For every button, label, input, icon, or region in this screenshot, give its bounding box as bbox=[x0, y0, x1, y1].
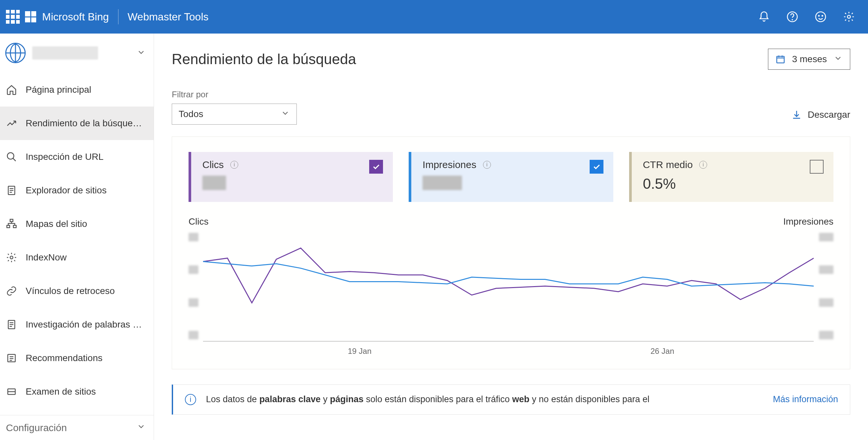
sitemap-icon bbox=[6, 218, 17, 230]
sidebar-item-label: Vínculos de retroceso bbox=[26, 286, 115, 296]
svg-rect-15 bbox=[777, 56, 784, 63]
sidebar-item-label: Examen de sitios bbox=[26, 386, 96, 397]
settings-icon[interactable] bbox=[843, 11, 855, 23]
help-icon[interactable] bbox=[786, 11, 798, 23]
card-ctr-value: 0.5% bbox=[643, 176, 822, 192]
topbar: Microsoft Bing Webmaster Tools bbox=[0, 0, 868, 34]
sidebar-item-label: Inspección de URL bbox=[26, 151, 104, 162]
link-icon bbox=[6, 285, 17, 297]
info-icon[interactable]: i bbox=[699, 161, 707, 169]
card-clicks-checkbox[interactable] bbox=[369, 160, 383, 174]
chevron-down-icon bbox=[136, 422, 146, 433]
card-impressions-value-redacted bbox=[423, 176, 462, 190]
sidebar-item-6[interactable]: Vínculos de retroceso bbox=[0, 274, 154, 308]
trend-icon bbox=[6, 118, 17, 129]
svg-point-5 bbox=[847, 15, 850, 19]
notifications-icon[interactable] bbox=[758, 11, 770, 23]
chevron-down-icon bbox=[136, 48, 146, 58]
sidebar-item-label: IndexNow bbox=[26, 252, 67, 263]
microsoft-logo-icon bbox=[25, 11, 36, 22]
card-impressions-checkbox[interactable] bbox=[590, 160, 603, 174]
download-button[interactable]: Descargar bbox=[791, 109, 850, 120]
globe-icon bbox=[5, 43, 26, 63]
site-selector[interactable] bbox=[0, 34, 154, 73]
y-axis-left bbox=[189, 230, 203, 342]
chevron-down-icon bbox=[833, 54, 843, 65]
svg-point-1 bbox=[792, 20, 793, 20]
svg-point-6 bbox=[7, 153, 14, 159]
card-ctr-title: CTR medio bbox=[643, 159, 693, 170]
svg-rect-8 bbox=[10, 219, 13, 222]
sidebar-item-label: Página principal bbox=[26, 84, 91, 95]
card-clicks-value-redacted bbox=[203, 176, 226, 190]
sidebar-item-0[interactable]: Página principal bbox=[0, 73, 154, 106]
card-impressions-title: Impresiones bbox=[423, 159, 476, 170]
home-icon bbox=[6, 84, 17, 95]
filter-label: Filtrar por bbox=[172, 90, 297, 100]
y-axis-right bbox=[814, 230, 833, 342]
app-launcher-icon[interactable] bbox=[6, 10, 20, 24]
sidebar-item-label: Explorador de sitios bbox=[26, 185, 106, 196]
chart-left-axis-label: Clics bbox=[189, 216, 209, 227]
config-section[interactable]: Configuración bbox=[0, 415, 154, 440]
svg-point-4 bbox=[822, 15, 823, 16]
card-ctr[interactable]: CTR medio i 0.5% bbox=[629, 152, 833, 202]
sidebar-item-label: Investigación de palabras … bbox=[26, 319, 142, 330]
sidebar-item-8[interactable]: Recommendations bbox=[0, 341, 154, 375]
sidebar-item-label: Mapas del sitio bbox=[26, 219, 87, 229]
svg-point-3 bbox=[819, 15, 819, 16]
download-label: Descargar bbox=[808, 109, 850, 120]
card-clicks-title: Clics bbox=[203, 159, 224, 170]
nav: Página principalRendimiento de la búsque… bbox=[0, 73, 154, 415]
sidebar-item-label: Recommendations bbox=[26, 353, 102, 363]
sidebar-item-9[interactable]: Examen de sitios bbox=[0, 375, 154, 408]
site-name-redacted bbox=[32, 46, 98, 60]
config-label: Configuración bbox=[6, 422, 67, 433]
sidebar-item-2[interactable]: Inspección de URL bbox=[0, 140, 154, 174]
feedback-icon[interactable] bbox=[815, 11, 827, 23]
list-icon bbox=[6, 352, 17, 364]
card-ctr-checkbox[interactable] bbox=[810, 160, 824, 174]
doc-icon bbox=[6, 185, 17, 196]
x-axis: 19 Jan26 Jan bbox=[189, 347, 833, 356]
brand-divider bbox=[118, 9, 119, 24]
search-icon bbox=[6, 151, 17, 163]
sidebar-item-label: Rendimiento de la búsque… bbox=[26, 118, 142, 129]
date-range-selector[interactable]: 3 meses bbox=[768, 49, 850, 70]
filter-value: Todos bbox=[179, 109, 203, 120]
svg-point-2 bbox=[816, 12, 826, 22]
info-icon[interactable]: i bbox=[483, 161, 491, 169]
sidebar: Página principalRendimiento de la búsque… bbox=[0, 34, 154, 440]
chart-right-axis-label: Impresiones bbox=[783, 216, 833, 227]
info-icon[interactable]: i bbox=[230, 161, 238, 169]
x-tick: 26 Jan bbox=[651, 347, 674, 356]
svg-rect-10 bbox=[13, 225, 17, 228]
performance-panel: Clics i Impresiones i bbox=[172, 136, 850, 369]
more-info-link[interactable]: Más información bbox=[773, 394, 838, 405]
x-tick: 19 Jan bbox=[348, 347, 371, 356]
info-banner: i Los datos de palabras clave y páginas … bbox=[172, 384, 850, 415]
card-clicks[interactable]: Clics i bbox=[189, 152, 393, 202]
sidebar-item-4[interactable]: Mapas del sitio bbox=[0, 207, 154, 241]
page-title: Rendimiento de la búsqueda bbox=[172, 51, 356, 67]
sidebar-item-1[interactable]: Rendimiento de la búsque… bbox=[0, 106, 154, 140]
sidebar-item-3[interactable]: Explorador de sitios bbox=[0, 174, 154, 207]
product-title[interactable]: Webmaster Tools bbox=[128, 11, 209, 23]
chevron-down-icon bbox=[281, 108, 290, 120]
sidebar-item-5[interactable]: IndexNow bbox=[0, 241, 154, 274]
card-impressions[interactable]: Impresiones i bbox=[409, 152, 613, 202]
date-range-value: 3 meses bbox=[792, 54, 827, 64]
sidebar-item-7[interactable]: Investigación de palabras … bbox=[0, 308, 154, 341]
info-banner-message: Los datos de palabras clave y páginas so… bbox=[206, 393, 763, 406]
gear-icon bbox=[6, 252, 17, 263]
chart bbox=[189, 230, 833, 342]
scan-icon bbox=[6, 386, 17, 397]
svg-point-11 bbox=[10, 256, 13, 259]
content: Rendimiento de la búsqueda 3 meses Filtr… bbox=[154, 34, 868, 440]
filter-select[interactable]: Todos bbox=[172, 104, 297, 125]
svg-rect-9 bbox=[7, 225, 9, 228]
chart-plot bbox=[203, 230, 814, 342]
info-icon: i bbox=[185, 394, 196, 405]
calendar-icon bbox=[776, 54, 785, 64]
brand-title: Microsoft Bing bbox=[42, 11, 109, 23]
